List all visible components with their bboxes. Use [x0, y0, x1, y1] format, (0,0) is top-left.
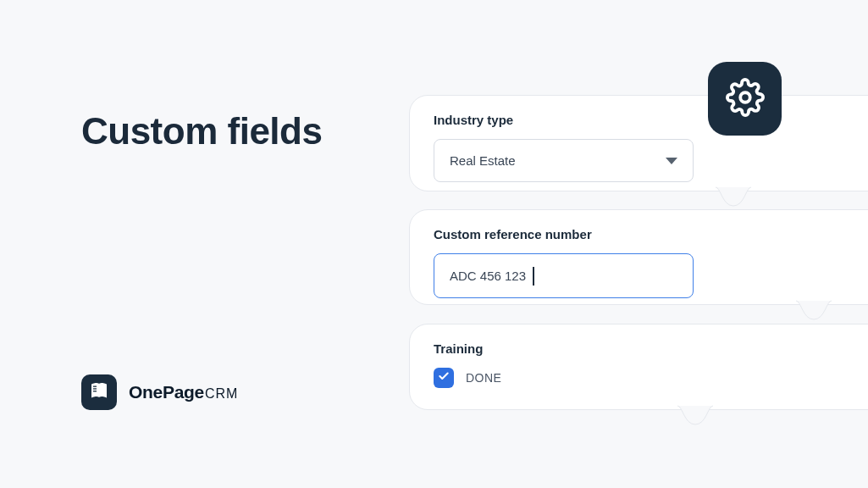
industry-dropdown[interactable]: Real Estate	[434, 139, 694, 182]
settings-button[interactable]	[708, 62, 782, 136]
chevron-down-icon	[666, 158, 677, 164]
brand-logo-text: OnePage CRM	[129, 382, 238, 402]
industry-label: Industry type	[434, 113, 863, 127]
svg-point-0	[740, 92, 750, 103]
gear-icon	[726, 78, 765, 120]
training-label: Training	[434, 341, 863, 356]
brand-name-secondary: CRM	[205, 386, 238, 402]
page-title: Custom fields	[81, 110, 322, 152]
check-icon	[438, 370, 450, 385]
text-cursor-icon	[533, 267, 534, 286]
reference-input[interactable]: ADC 456 123	[434, 253, 694, 298]
training-checkbox-label: DONE	[466, 371, 501, 385]
field-card-training: Training DONE	[409, 324, 868, 410]
field-card-industry: Industry type Real Estate	[409, 95, 868, 191]
field-card-reference: Custom reference number ADC 456 123	[409, 209, 868, 305]
training-checkbox[interactable]	[434, 368, 454, 388]
industry-dropdown-value: Real Estate	[450, 153, 516, 168]
book-icon	[89, 380, 109, 404]
brand-logo-mark	[81, 374, 117, 410]
reference-input-value: ADC 456 123	[450, 269, 526, 283]
reference-label: Custom reference number	[434, 227, 863, 241]
brand-name-primary: OnePage	[129, 382, 204, 402]
svg-rect-1	[93, 386, 97, 387]
svg-rect-3	[93, 391, 97, 391]
svg-rect-2	[93, 388, 97, 389]
brand-logo: OnePage CRM	[81, 374, 238, 410]
training-checkbox-row: DONE	[434, 368, 863, 388]
